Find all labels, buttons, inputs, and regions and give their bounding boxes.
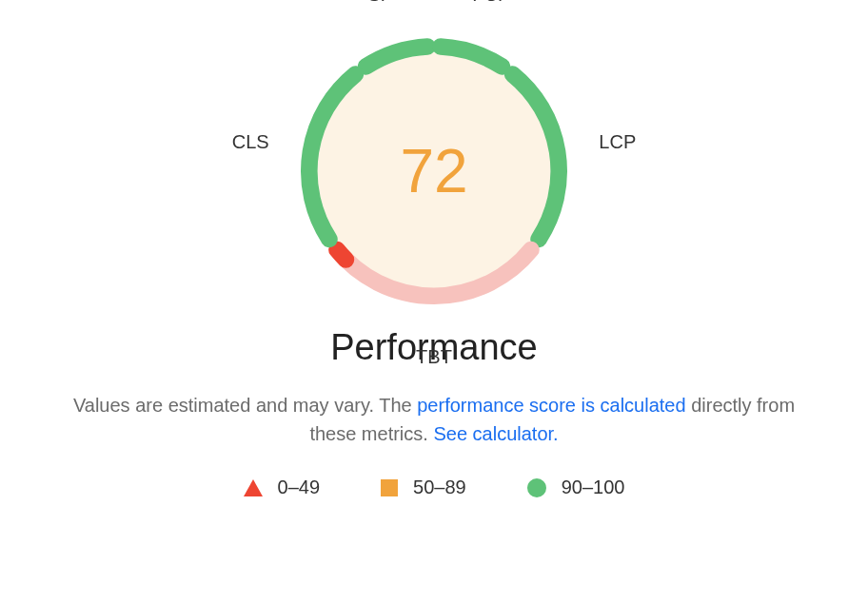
score-legend: 0–49 50–89 90–100 [244,477,625,498]
legend-mid-label: 50–89 [413,477,466,498]
legend-good: 90–100 [527,477,625,498]
desc-text-1: Values are estimated and may vary. The [73,395,417,416]
metric-label-cls: CLS [232,131,269,153]
metric-label-lcp: LCP [599,131,636,153]
triangle-icon [244,479,263,496]
see-calculator-link[interactable]: See calculator. [433,423,558,444]
legend-mid: 50–89 [381,477,466,498]
square-icon [381,479,398,496]
legend-bad: 0–49 [244,477,321,498]
score-calc-link[interactable]: performance score is calculated [417,395,685,416]
metric-label-tbt: TBT [416,346,452,368]
gauge-description: Values are estimated and may vary. The p… [63,391,805,448]
metric-label-fcp: FCP [472,0,510,6]
performance-gauge: 72 SI FCP LCP TBT CLS [282,19,586,323]
circle-icon [527,478,546,497]
legend-good-label: 90–100 [562,477,625,498]
metric-label-si: SI [367,0,385,6]
legend-bad-label: 0–49 [278,477,321,498]
performance-score: 72 [282,19,586,323]
